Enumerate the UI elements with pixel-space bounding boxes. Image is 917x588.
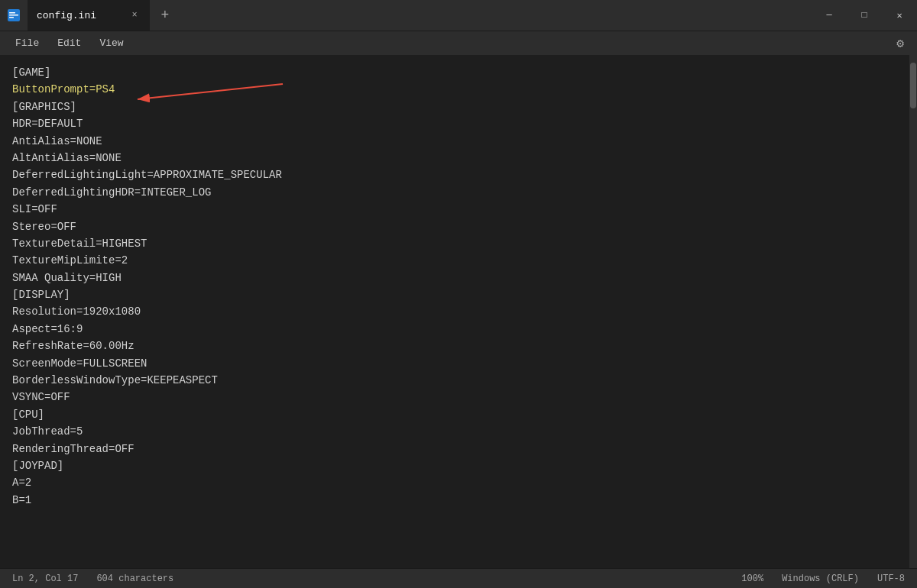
svg-rect-1 bbox=[9, 12, 15, 14]
editor-line-23: RenderingThread=OFF bbox=[12, 441, 909, 457]
editor-line-2: ButtonPrompt=PS4 bbox=[12, 81, 909, 98]
close-button[interactable]: ✕ bbox=[882, 0, 917, 31]
editor-line-14: [DISPLAY] bbox=[12, 286, 909, 303]
settings-icon[interactable]: ⚙ bbox=[889, 33, 911, 54]
svg-rect-2 bbox=[9, 15, 18, 16]
tab-area: config.ini × + bbox=[28, 0, 812, 31]
editor-line-7: DeferredLightingLight=APPROXIMATE_SPECUL… bbox=[12, 166, 909, 183]
editor-line-10: Stereo=OFF bbox=[12, 218, 909, 235]
editor-line-11: TextureDetail=HIGHEST bbox=[12, 235, 909, 252]
tab-config-ini[interactable]: config.ini × bbox=[28, 0, 150, 31]
status-line-ending: Windows (CRLF) bbox=[782, 573, 859, 584]
scrollbar-thumb[interactable] bbox=[910, 63, 916, 108]
editor-container: [GAME]ButtonPrompt=PS4[GRAPHICS]HDR=DEFA… bbox=[0, 55, 917, 568]
editor-content[interactable]: [GAME]ButtonPrompt=PS4[GRAPHICS]HDR=DEFA… bbox=[0, 55, 909, 568]
menu-view[interactable]: View bbox=[90, 34, 132, 52]
editor-line-20: VSYNC=OFF bbox=[12, 389, 909, 405]
status-zoom: 100% bbox=[741, 573, 763, 584]
menu-edit[interactable]: Edit bbox=[48, 34, 90, 52]
status-position: Ln 2, Col 17 bbox=[12, 573, 78, 584]
menubar-right: ⚙ bbox=[889, 33, 911, 54]
editor-line-18: ScreenMode=FULLSCREEN bbox=[12, 355, 909, 372]
editor-line-5: AntiAlias=NONE bbox=[12, 133, 909, 150]
maximize-button[interactable]: □ bbox=[847, 0, 882, 31]
tab-label: config.ini bbox=[37, 10, 122, 21]
editor-line-1: [GAME] bbox=[12, 64, 909, 81]
editor-line-15: Resolution=1920x1080 bbox=[12, 303, 909, 320]
editor-line-19: BorderlessWindowType=KEEPEASPECT bbox=[12, 372, 909, 389]
new-tab-button[interactable]: + bbox=[153, 3, 177, 27]
status-encoding: UTF-8 bbox=[877, 573, 905, 584]
editor-line-17: RefreshRate=60.00Hz bbox=[12, 338, 909, 354]
app-icon bbox=[6, 8, 21, 23]
editor-line-24: [JOYPAD] bbox=[12, 457, 909, 474]
editor-line-9: SLI=OFF bbox=[12, 201, 909, 218]
editor-line-26: B=1 bbox=[12, 492, 909, 509]
window-controls: — □ ✕ bbox=[812, 0, 917, 31]
minimize-button[interactable]: — bbox=[812, 0, 847, 31]
svg-rect-3 bbox=[9, 17, 14, 18]
editor-line-21: [CPU] bbox=[12, 406, 909, 423]
editor-line-3: [GRAPHICS] bbox=[12, 99, 909, 115]
statusbar: Ln 2, Col 17 604 characters 100% Windows… bbox=[0, 568, 917, 588]
editor-line-25: A=2 bbox=[12, 474, 909, 491]
status-chars: 604 characters bbox=[96, 573, 173, 584]
editor-line-12: TextureMipLimite=2 bbox=[12, 252, 909, 269]
menubar: File Edit View ⚙ bbox=[0, 31, 917, 55]
editor-line-22: JobThread=5 bbox=[12, 423, 909, 440]
editor-line-6: AltAntiAlias=NONE bbox=[12, 150, 909, 166]
statusbar-right: 100% Windows (CRLF) UTF-8 bbox=[741, 573, 905, 584]
editor-line-16: Aspect=16:9 bbox=[12, 321, 909, 338]
menu-file[interactable]: File bbox=[6, 34, 48, 52]
editor-line-4: HDR=DEFAULT bbox=[12, 115, 909, 132]
titlebar: config.ini × + — □ ✕ bbox=[0, 0, 917, 31]
editor-line-8: DeferredLightingHDR=INTEGER_LOG bbox=[12, 184, 909, 201]
scrollbar-track[interactable] bbox=[909, 55, 917, 568]
tab-close-button[interactable]: × bbox=[128, 9, 141, 21]
editor-line-13: SMAA Quality=HIGH bbox=[12, 270, 909, 286]
